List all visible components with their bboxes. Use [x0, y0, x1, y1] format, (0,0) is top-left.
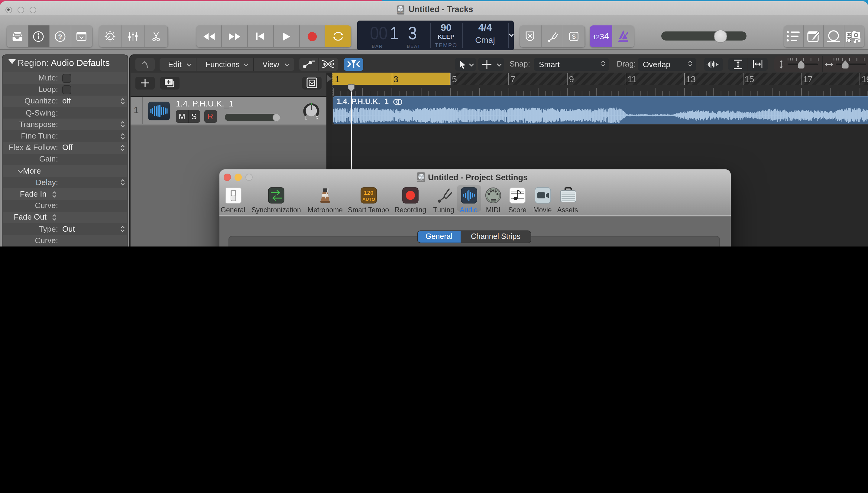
svg-text:S: S [572, 33, 576, 40]
svg-text:R: R [316, 115, 319, 121]
svg-text:120: 120 [364, 190, 373, 196]
svg-text:L: L [305, 115, 307, 121]
svg-text:?: ? [58, 33, 62, 40]
svg-text:AUTO: AUTO [362, 197, 375, 202]
